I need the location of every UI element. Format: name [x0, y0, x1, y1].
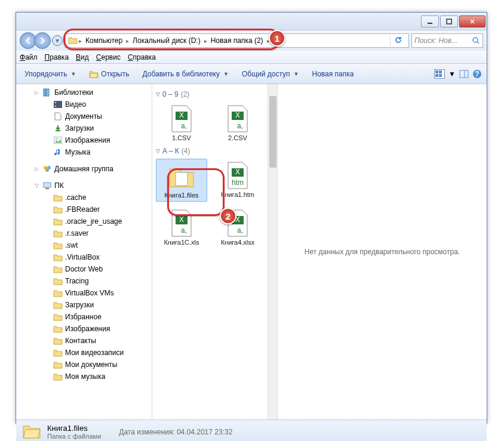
preview-pane-button[interactable] — [459, 69, 469, 79]
svg-rect-10 — [44, 89, 46, 96]
menu-help[interactable]: Справка — [128, 53, 156, 61]
breadcrumb-segment[interactable]: Новая папка (2) — [208, 35, 266, 46]
breadcrumb-segment[interactable]: Локальный диск (D:) — [130, 35, 203, 46]
help-button[interactable]: ? — [472, 69, 482, 79]
group-title: A – К — [162, 147, 179, 155]
file-item[interactable]: Книга1.files — [156, 159, 207, 202]
breadcrumb-arrow[interactable]: ▸ — [126, 38, 129, 44]
tree-folder-item[interactable]: VirtualBox VMs — [16, 287, 152, 299]
tree-videos[interactable]: Видео — [16, 98, 152, 110]
folder-icon — [53, 276, 63, 286]
file-item[interactable]: Xa,Книга1C.xls — [156, 206, 207, 249]
file-item[interactable]: Xa,2.CSV — [212, 102, 263, 144]
scrollbar[interactable] — [268, 84, 277, 420]
tree-folder-label: Изображения — [65, 325, 110, 333]
new-folder-button[interactable]: Новая папка — [308, 67, 357, 81]
annotation-badge-1: 1 — [269, 30, 285, 47]
folder-icon — [53, 264, 63, 274]
menu-bar: Файл Правка Вид Сервис Справка — [16, 51, 487, 64]
tree-folder-item[interactable]: .cache — [16, 192, 152, 203]
search-box[interactable]: Поиск: Нов... — [411, 33, 483, 48]
include-library-button[interactable]: Добавить в библиотеку▼ — [139, 67, 232, 81]
tree-folder-item[interactable]: Контакты — [16, 335, 152, 347]
tree-folder-item[interactable]: Мои документы — [16, 359, 152, 371]
tree-folder-item[interactable]: Изображения — [16, 323, 152, 335]
open-button[interactable]: Открыть — [85, 67, 133, 81]
tree-folder-item[interactable]: Избранное — [16, 311, 152, 323]
group-header[interactable]: ▽0 – 9 (2) — [156, 90, 273, 98]
forward-button[interactable] — [34, 32, 51, 49]
tree-pictures[interactable]: Изображения — [16, 134, 152, 146]
file-icon: Xa, — [167, 209, 196, 238]
tree-folder-item[interactable]: Doctor Web — [16, 263, 152, 275]
recent-dropdown[interactable]: ▾ — [52, 35, 63, 46]
group-count: (2) — [181, 90, 190, 98]
organize-button[interactable]: Упорядочить▼ — [21, 67, 79, 81]
tree-folder-item[interactable]: .swt — [16, 239, 152, 251]
svg-rect-20 — [44, 183, 51, 187]
tree-folder-item[interactable]: .VirtualBox — [16, 251, 152, 263]
view-mode-button[interactable] — [434, 69, 445, 79]
svg-text:X: X — [179, 111, 184, 119]
svg-line-5 — [477, 42, 479, 44]
search-placeholder: Поиск: Нов... — [414, 36, 457, 45]
tree-folder-label: .VirtualBox — [65, 253, 100, 261]
tree-downloads-library[interactable]: Загрузки — [16, 122, 152, 134]
breadcrumb-arrow[interactable]: ▸ — [204, 38, 207, 44]
tree-libraries[interactable]: ▷Библиотеки — [16, 87, 152, 98]
file-item[interactable]: Xa,1.CSV — [156, 102, 207, 144]
file-label: 1.CSV — [172, 134, 191, 142]
folder-icon — [53, 300, 63, 310]
status-name: Книга1.files — [47, 424, 101, 433]
svg-rect-1 — [447, 19, 451, 24]
menu-file[interactable]: Файл — [20, 53, 38, 61]
svg-rect-12 — [54, 101, 62, 108]
tree-folder-item[interactable]: Мои видеозаписи — [16, 347, 152, 359]
minimize-button[interactable] — [421, 16, 439, 27]
tree-folder-item[interactable]: Tracing — [16, 275, 152, 287]
share-button[interactable]: Общий доступ▼ — [238, 67, 303, 81]
close-button[interactable] — [459, 16, 485, 27]
nav-bar: ▾ ▸ Компьютер ▸ Локальный диск (D:) ▸ Но… — [16, 30, 487, 51]
svg-point-4 — [473, 38, 478, 42]
tree-computer[interactable]: ▽ПК — [16, 180, 152, 192]
annotation-badge-2: 2 — [220, 208, 236, 224]
view-dropdown[interactable]: ▼ — [448, 70, 456, 78]
folder-icon — [53, 229, 63, 238]
tree-folder-item[interactable]: .FBReader — [16, 203, 152, 215]
maximize-button[interactable] — [440, 16, 458, 27]
folder-icon — [53, 205, 63, 214]
tree-folder-label: .cache — [65, 193, 86, 202]
folder-icon — [53, 193, 63, 202]
tree-documents[interactable]: Документы — [16, 110, 152, 122]
tree-folder-item[interactable]: .oracle_jre_usage — [16, 215, 152, 227]
folder-icon — [53, 217, 63, 226]
svg-point-16 — [56, 138, 58, 140]
tree-homegroup[interactable]: ▷Домашняя группа — [16, 163, 152, 175]
breadcrumb-segment[interactable]: Компьютер — [83, 35, 125, 46]
refresh-button[interactable] — [390, 36, 406, 46]
file-label: 2.CSV — [228, 134, 247, 142]
menu-edit[interactable]: Правка — [45, 53, 69, 61]
status-bar: Книга1.files Папка с файлами Дата измене… — [16, 420, 487, 441]
menu-view[interactable]: Вид — [76, 53, 89, 61]
tree-folder-item[interactable]: .r.saver — [16, 227, 152, 239]
tree-music[interactable]: Музыка — [16, 146, 152, 158]
group-header[interactable]: ▽A – К (4) — [156, 147, 273, 155]
tree-folder-label: .r.saver — [65, 229, 88, 238]
tree-folder-item[interactable]: Моя музыка — [16, 371, 152, 383]
folder-icon — [53, 312, 63, 322]
tree-folder-label: Мои документы — [65, 360, 117, 369]
file-label: Книга1.htm — [221, 191, 254, 199]
svg-text:a,: a, — [181, 122, 187, 130]
address-bar[interactable]: ▸ Компьютер ▸ Локальный диск (D:) ▸ Нова… — [65, 33, 409, 48]
breadcrumb-arrow[interactable]: ▸ — [79, 38, 82, 44]
tree-folder-item[interactable]: Загрузки — [16, 299, 152, 311]
tree-folder-label: .oracle_jre_usage — [65, 217, 122, 226]
file-item[interactable]: XhtmКнига1.htm — [212, 159, 263, 202]
svg-point-14 — [55, 106, 56, 107]
svg-point-13 — [55, 102, 56, 103]
menu-tools[interactable]: Сервис — [96, 53, 121, 61]
tree-folder-label: Tracing — [65, 277, 89, 285]
explorer-window: ▾ ▸ Компьютер ▸ Локальный диск (D:) ▸ Но… — [16, 12, 487, 424]
